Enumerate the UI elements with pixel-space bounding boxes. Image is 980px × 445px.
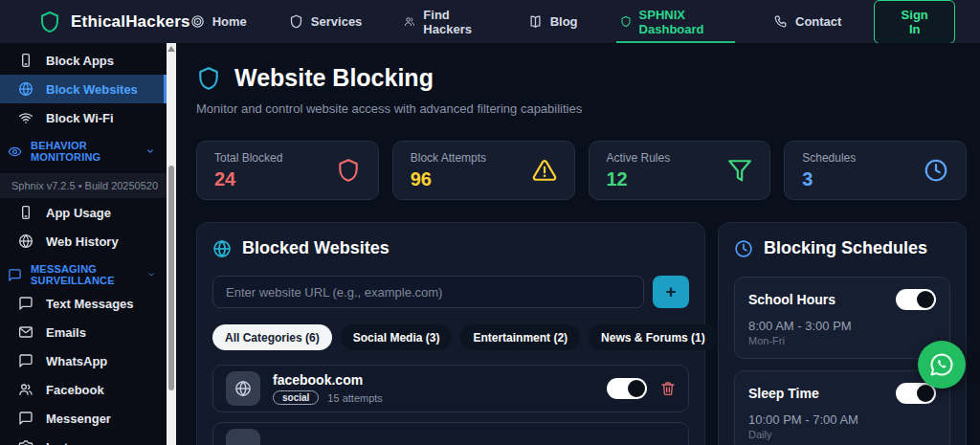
- sidebar-item-instagram[interactable]: Instagram: [0, 433, 167, 445]
- book-icon: [528, 14, 543, 29]
- page-subtitle: Monitor and control website access with …: [196, 101, 967, 116]
- brand-logo[interactable]: EthicalHackers: [38, 11, 190, 33]
- sidebar-item-label: Block Websites: [46, 82, 138, 97]
- nav-item-sphnix-dashboard[interactable]: SPHNIX Dashboard: [620, 0, 731, 43]
- sidebar-item-text-messages[interactable]: Text Messages: [0, 289, 167, 318]
- blocking-schedules-header: Blocking Schedules: [734, 238, 950, 258]
- sidebar-item-block-websites[interactable]: Block Websites: [0, 75, 167, 103]
- eye-icon: [8, 145, 22, 159]
- filter-chip-entertainment[interactable]: Entertainment (2): [460, 324, 580, 350]
- panel-title: Blocking Schedules: [764, 238, 927, 258]
- schedule-toggle[interactable]: [896, 289, 936, 310]
- schedule-time: 10:00 PM - 7:00 AM: [748, 412, 936, 427]
- sidebar-item-facebook[interactable]: Facebook: [0, 375, 167, 404]
- category-filters: All Categories (6) Social Media (3) Ente…: [212, 324, 689, 350]
- site-enabled-toggle[interactable]: [607, 378, 647, 399]
- scrollbar-thumb[interactable]: [168, 166, 174, 390]
- users-icon: [18, 382, 33, 397]
- nav-item-label: Blog: [550, 14, 578, 29]
- filter-chip-news-forums[interactable]: News & Forums (1): [589, 324, 718, 350]
- sidebar-item-label: WhatsApp: [46, 354, 107, 368]
- scrollbar-up-arrow[interactable]: [167, 46, 175, 52]
- stat-label: Schedules: [802, 151, 856, 165]
- sidebar-item-emails[interactable]: Emails: [0, 318, 167, 346]
- sidebar-item-web-history[interactable]: Web History: [0, 227, 167, 256]
- whatsapp-fab-button[interactable]: [918, 341, 966, 389]
- top-navbar: EthicalHackers Home Services Find Hacker…: [0, 0, 980, 43]
- nav-item-contact[interactable]: Contact: [773, 0, 841, 43]
- nav-item-find-hackers[interactable]: Find Hackers: [404, 0, 485, 43]
- wifi-icon: [18, 110, 33, 125]
- stat-value: 12: [607, 168, 671, 190]
- delete-site-button[interactable]: [660, 381, 676, 396]
- blocked-websites-header: Blocked Websites: [212, 238, 689, 258]
- sidebar-section-behavior-monitoring[interactable]: BEHAVIOR MONITORING: [0, 137, 167, 166]
- brand-name: EthicalHackers: [71, 12, 190, 32]
- stat-card-block-attempts: Block Attempts 96: [392, 141, 575, 200]
- users-icon: [404, 14, 415, 29]
- chat-icon: [8, 268, 22, 282]
- category-badge: social: [273, 390, 319, 405]
- sidebar-item-messenger[interactable]: Messenger: [0, 404, 167, 433]
- chat-icon: [18, 411, 33, 426]
- app-window: EthicalHackers Home Services Find Hacker…: [0, 0, 980, 445]
- trash-icon: [660, 381, 676, 396]
- sidebar-item-label: Text Messages: [46, 297, 134, 311]
- add-website-button[interactable]: +: [653, 276, 689, 308]
- toggle-knob: [917, 291, 934, 308]
- site-avatar: [226, 429, 260, 445]
- schedule-toggle[interactable]: [896, 383, 936, 404]
- phone-icon: [773, 14, 788, 29]
- sidebar-section-messaging-surveillance[interactable]: MESSAGING SURVEILLANCE: [0, 260, 167, 289]
- sidebar-item-label: Emails: [46, 325, 86, 340]
- stats-row: Total Blocked 24 Block Attempts 96 Activ…: [196, 141, 967, 200]
- main-content: Website Blocking Monitor and control web…: [176, 43, 980, 445]
- page-title: Website Blocking: [196, 64, 967, 92]
- home-target-icon: [190, 14, 205, 29]
- website-url-input[interactable]: [212, 276, 644, 308]
- sidebar-item-label: Messenger: [46, 412, 111, 426]
- nav-menu: Home Services Find Hackers Blog SPHNIX D…: [190, 0, 842, 43]
- sidebar-item-app-usage[interactable]: App Usage: [0, 198, 167, 227]
- site-avatar: [226, 371, 260, 406]
- sidebar-scrollbar[interactable]: [167, 43, 176, 445]
- schedule-days: Mon-Fri: [748, 335, 936, 346]
- nav-item-label: Find Hackers: [423, 8, 485, 36]
- stat-label: Block Attempts: [411, 151, 486, 165]
- mail-icon: [18, 324, 33, 340]
- nav-item-services[interactable]: Services: [289, 0, 363, 43]
- stat-card-active-rules: Active Rules 12: [589, 141, 771, 200]
- sidebar-section-label: BEHAVIOR MONITORING: [31, 140, 137, 163]
- nav-item-home[interactable]: Home: [190, 0, 247, 43]
- stat-card-total-blocked: Total Blocked 24: [196, 141, 379, 200]
- globe-icon: [212, 239, 232, 258]
- chevron-down-icon: [147, 269, 155, 280]
- sidebar-item-label: App Usage: [46, 206, 111, 220]
- camera-icon: [18, 439, 33, 445]
- schedule-name: Sleep Time: [748, 386, 819, 401]
- attempts-count: 15 attempts: [327, 392, 382, 404]
- stat-value: 24: [214, 168, 282, 190]
- sidebar-item-label: Block Apps: [46, 54, 114, 68]
- sidebar-item-block-apps[interactable]: Block Apps: [0, 46, 167, 75]
- stat-value: 3: [802, 168, 856, 190]
- filter-chip-all-categories[interactable]: All Categories (6): [212, 324, 332, 350]
- sign-in-button[interactable]: Sign In: [874, 0, 955, 44]
- nav-item-blog[interactable]: Blog: [528, 0, 578, 43]
- chat-icon: [18, 296, 33, 311]
- sidebar: Block Apps Block Websites Block Wi-Fi BE…: [0, 43, 176, 445]
- site-domain: facebook.com: [273, 372, 383, 388]
- filter-chip-social-media[interactable]: Social Media (3): [341, 324, 453, 350]
- sidebar-item-whatsapp[interactable]: WhatsApp: [0, 346, 167, 375]
- schedule-card-school-hours: School Hours 8:00 AM - 3:00 PM Mon-Fri: [734, 277, 950, 359]
- chat-icon: [18, 353, 33, 368]
- stat-value: 96: [411, 168, 486, 190]
- nav-item-label: Home: [212, 14, 247, 29]
- toggle-knob: [917, 385, 934, 402]
- blocking-schedules-panel: Blocking Schedules School Hours 8:00 AM …: [718, 222, 967, 445]
- mobile-icon: [18, 53, 33, 68]
- schedule-days: Daily: [748, 429, 936, 440]
- clock-icon: [924, 158, 948, 183]
- schedule-time: 8:00 AM - 3:00 PM: [748, 319, 936, 333]
- sidebar-item-block-wifi[interactable]: Block Wi-Fi: [0, 103, 167, 132]
